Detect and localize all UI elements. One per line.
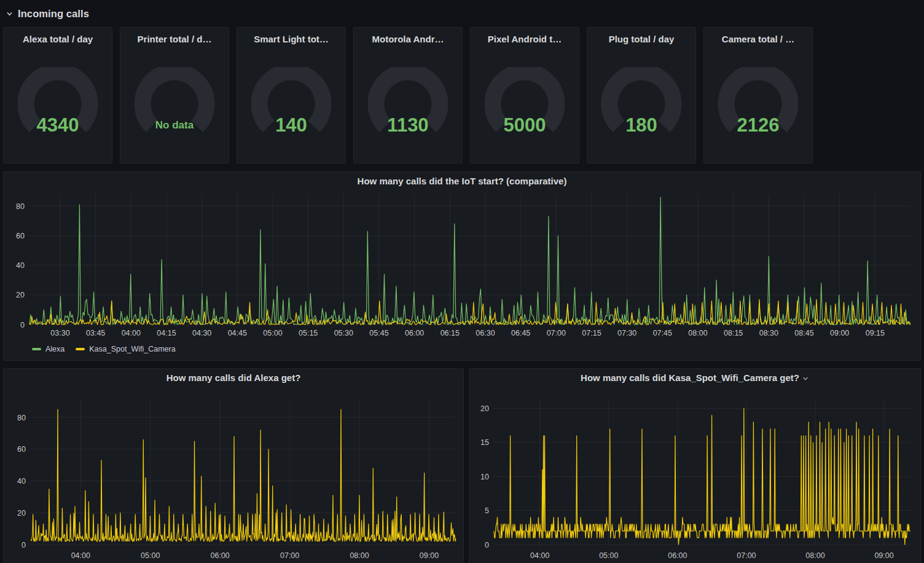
legend-item[interactable]: Alexa (32, 345, 65, 353)
row-header-incoming-calls[interactable]: Incoming calls (0, 0, 924, 23)
gauge-panel: Smart Light tot…140 (237, 27, 346, 163)
legend-swatch-icon (32, 348, 41, 350)
x-tick-label: 08:45 (794, 329, 813, 337)
gauge-value: 180 (625, 114, 657, 136)
x-tick-label: 09:00 (420, 551, 439, 560)
gauge-value: 1130 (387, 114, 428, 136)
gauge-panel-title[interactable]: Alexa total / day (4, 30, 112, 49)
x-tick-label: 08:00 (350, 551, 369, 560)
gauge-panel: Alexa total / day4340 (3, 27, 112, 163)
gauge-value: 2126 (737, 114, 780, 136)
x-tick-label: 07:30 (617, 329, 636, 337)
y-tick-label: 5 (485, 506, 489, 515)
gauge-panel-title[interactable]: Printer total / d… (120, 30, 229, 49)
gauge: 2126 (704, 49, 812, 163)
gauge: 140 (237, 49, 345, 163)
panel-title-text: How many calls did Kasa_Spot_Wifi_Camera… (581, 372, 799, 383)
y-tick-label: 60 (16, 232, 25, 240)
x-tick-label: 09:15 (866, 329, 885, 337)
x-tick-label: 05:30 (334, 329, 353, 337)
gauge-panel-title[interactable]: Smart Light tot… (237, 30, 345, 49)
x-tick-label: 05:15 (299, 329, 318, 337)
row-title: Incoming calls (18, 8, 89, 20)
chevron-down-icon (6, 10, 14, 18)
gauge-panel-title[interactable]: Camera total / … (704, 30, 812, 49)
bottom-row: How many calls did Alexa get? 0204060800… (3, 368, 924, 563)
panel-title-kasa-get[interactable]: How many calls did Kasa_Spot_Wifi_Camera… (469, 369, 920, 387)
panel-alexa-get: How many calls did Alexa get? 0204060800… (3, 368, 464, 563)
x-tick-label: 06:00 (405, 329, 424, 337)
gauge: 1130 (354, 49, 462, 163)
x-tick-label: 04:15 (157, 329, 176, 337)
gauge: 180 (587, 49, 695, 163)
x-tick-label: 08:30 (759, 329, 778, 337)
y-tick-label: 20 (17, 509, 26, 518)
gauge-arc: No data (128, 67, 221, 140)
x-tick-label: 06:30 (476, 329, 495, 337)
gauge-panel-title[interactable]: Pixel Android t… (471, 30, 579, 49)
gauge-arc: 1130 (362, 67, 454, 140)
gauge-panel: Motorola Andr…1130 (353, 27, 463, 163)
gauge-panel-title[interactable]: Motorola Andr… (354, 30, 462, 49)
legend-label: Kasa_Spot_Wifi_Camera (89, 345, 175, 353)
x-tick-label: 05:00 (599, 551, 618, 560)
panel-kasa-get: How many calls did Kasa_Spot_Wifi_Camera… (469, 368, 921, 563)
panel-title-alexa-get[interactable]: How many calls did Alexa get? (4, 369, 463, 387)
x-tick-label: 04:45 (228, 329, 247, 337)
dashboard: Incoming calls Alexa total / day4340Prin… (0, 0, 924, 563)
gauge-arc: 5000 (479, 67, 571, 140)
x-tick-label: 05:00 (263, 329, 282, 337)
kasa-get-chart[interactable]: 0510152004:0005:0006:0007:0008:0009:00 (469, 387, 918, 563)
x-tick-label: 04:00 (122, 329, 141, 337)
gauge-panel-title[interactable]: Plug total / day (587, 30, 695, 49)
x-tick-label: 04:00 (530, 551, 549, 560)
x-tick-label: 03:45 (86, 329, 105, 337)
gauge-panel: Plug total / day180 (587, 27, 696, 163)
y-tick-label: 0 (22, 541, 26, 549)
chevron-down-icon[interactable] (802, 375, 809, 382)
x-tick-label: 06:15 (440, 329, 460, 337)
legend-item[interactable]: Kasa_Spot_Wifi_Camera (76, 345, 175, 353)
x-tick-label: 08:00 (805, 551, 824, 560)
y-tick-label: 80 (16, 202, 25, 211)
y-tick-label: 60 (17, 445, 26, 454)
gauge-value: 140 (275, 114, 307, 136)
gauge-value: No data (155, 119, 194, 131)
comparative-chart[interactable]: 02040608003:3003:4504:0004:1504:3004:450… (4, 191, 917, 341)
x-tick-label: 06:00 (668, 551, 687, 560)
y-tick-label: 20 (480, 404, 489, 413)
panel-comparative: How many calls did the IoT start? (compa… (3, 171, 921, 361)
y-tick-label: 80 (17, 414, 26, 422)
x-tick-label: 08:00 (688, 329, 707, 337)
gauge-value: 4340 (37, 114, 79, 136)
y-tick-label: 20 (16, 291, 25, 299)
panel-title-comparative[interactable]: How many calls did the IoT start? (compa… (4, 172, 920, 191)
y-tick-label: 0 (485, 541, 489, 549)
gauge-panel: Printer total / d…No data (120, 27, 229, 163)
x-tick-label: 05:45 (369, 329, 388, 337)
series-line-Alexa (31, 409, 456, 541)
y-tick-label: 40 (16, 261, 25, 270)
y-tick-label: 15 (480, 438, 489, 447)
x-tick-label: 06:45 (511, 329, 530, 337)
x-tick-label: 05:00 (141, 551, 160, 560)
gauge-row: Alexa total / day4340Printer total / d…N… (3, 27, 924, 163)
x-tick-label: 08:15 (724, 329, 743, 337)
legend-label: Alexa (45, 345, 65, 353)
x-tick-label: 03:30 (50, 329, 69, 337)
legend-swatch-icon (76, 348, 85, 350)
alexa-get-chart[interactable]: 02040608004:0005:0006:0007:0008:0009:00 (4, 387, 461, 563)
gauge-arc: 2126 (712, 67, 804, 140)
x-tick-label: 09:00 (830, 329, 849, 337)
x-tick-label: 04:00 (71, 551, 90, 560)
y-tick-label: 0 (20, 321, 25, 329)
gauge: 4340 (4, 49, 112, 163)
gauge-panel: Camera total / …2126 (703, 27, 813, 163)
gauge-panel: Pixel Android t…5000 (470, 27, 579, 163)
x-tick-label: 07:00 (737, 551, 756, 560)
gauge: No data (120, 49, 229, 163)
x-tick-label: 07:00 (547, 329, 566, 337)
x-tick-label: 04:30 (192, 329, 211, 337)
x-tick-label: 09:00 (874, 551, 893, 560)
x-tick-label: 06:00 (211, 551, 230, 560)
